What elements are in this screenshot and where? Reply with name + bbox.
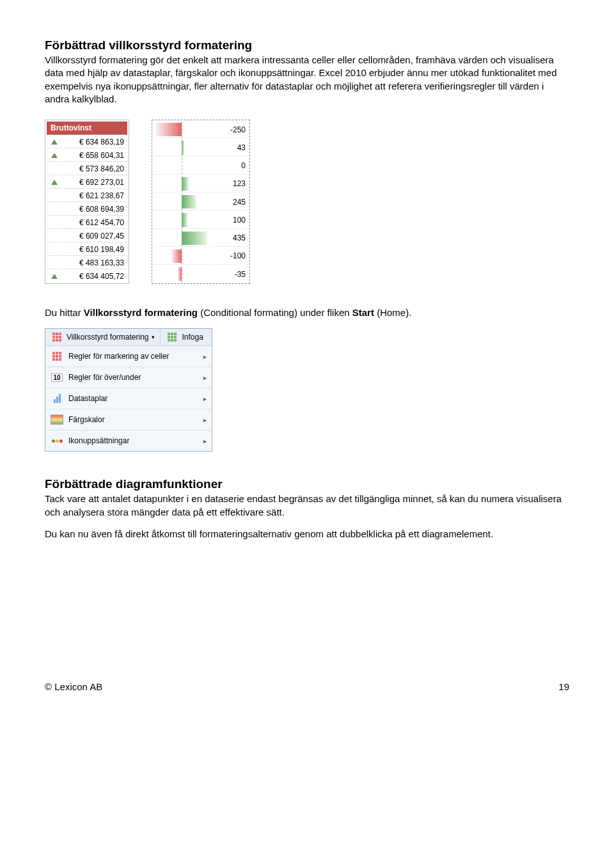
chevron-right-icon: ▸: [203, 416, 207, 423]
table-row: -100: [154, 248, 248, 265]
value-cell: 245: [211, 194, 248, 210]
trend-icon-cell: [47, 203, 62, 216]
databar-cell: [154, 212, 210, 228]
top-bottom-icon: 10: [51, 372, 63, 383]
chevron-right-icon: ▸: [203, 395, 207, 402]
table-row: € 608 694,39: [47, 203, 127, 216]
value-cell: 123: [211, 176, 248, 193]
table-row: € 610 198,49: [47, 244, 127, 256]
page-footer: © Lexicon AB 19: [45, 681, 569, 692]
highlight-cells-icon: [51, 351, 63, 362]
table-row: € 658 604,31: [47, 150, 127, 162]
infoga-button[interactable]: Infoga: [161, 329, 208, 345]
bruttovinst-header: Bruttovinst: [47, 122, 127, 135]
section1-heading: Förbättrad villkorsstyrd formatering: [45, 38, 569, 52]
triangle-up-icon: [51, 153, 58, 158]
value-cell: 435: [211, 230, 248, 247]
databar-table: -250430123245100435-100-35: [152, 120, 250, 284]
value-cell: -250: [211, 122, 248, 138]
value-cell: € 483 163,33: [63, 257, 127, 269]
value-cell: € 610 198,49: [63, 244, 127, 256]
databar-cell: [154, 230, 210, 247]
chevron-right-icon: ▸: [203, 374, 207, 381]
trend-icon-cell: [47, 257, 62, 269]
triangle-up-icon: [51, 274, 58, 279]
iconsets-icon: [51, 435, 63, 446]
trend-icon-cell: [47, 244, 62, 256]
trend-icon-cell: [47, 217, 62, 229]
find-cf-text: Du hittar Villkorsstyrd formatering (Con…: [45, 306, 569, 319]
colorscales-icon: [51, 414, 63, 425]
trend-icon-cell: [47, 190, 62, 202]
value-cell: -100: [211, 248, 248, 265]
cf-main-button[interactable]: Villkorsstyrd formatering ▾: [45, 329, 161, 345]
value-cell: € 634 863,19: [63, 136, 127, 148]
trend-icon-cell: [47, 177, 62, 189]
value-cell: € 634 405,72: [63, 271, 127, 282]
table-row: 43: [154, 139, 248, 156]
conditional-formatting-menu: Villkorsstyrd formatering ▾ Infoga Regle…: [45, 328, 212, 452]
chevron-right-icon: ▸: [203, 438, 207, 445]
table-row: 0: [154, 158, 248, 175]
table-row: 100: [154, 212, 248, 228]
chevron-down-icon: ▾: [152, 334, 155, 340]
trend-icon-cell: [47, 150, 62, 162]
table-row: € 609 027,45: [47, 230, 127, 242]
table-row: € 573 846,20: [47, 163, 127, 175]
triangle-up-icon: [51, 180, 58, 185]
value-cell: € 609 027,45: [63, 230, 127, 242]
footer-page-number: 19: [558, 681, 569, 692]
table-row: € 612 454,70: [47, 217, 127, 229]
section1-paragraph: Villkorsstyrd formatering gör det enkelt…: [45, 54, 569, 106]
trend-icon-cell: [47, 230, 62, 242]
value-cell: € 612 454,70: [63, 217, 127, 229]
table-row: 435: [154, 230, 248, 247]
databar-cell: [154, 139, 210, 156]
value-cell: € 573 846,20: [63, 163, 127, 175]
table-row: € 634 863,19: [47, 136, 127, 148]
databar-cell: [154, 122, 210, 138]
value-cell: € 621 238,67: [63, 190, 127, 202]
table-row: -250: [154, 122, 248, 138]
section2-heading: Förbättrade diagramfunktioner: [45, 477, 569, 491]
insert-icon: [166, 331, 178, 343]
section2-paragraph2: Du kan nu även få direkt åtkomst till fo…: [45, 528, 569, 541]
table-row: € 692 273,01: [47, 177, 127, 189]
databars-icon: [51, 393, 63, 404]
table-row: € 483 163,33: [47, 257, 127, 269]
value-cell: € 692 273,01: [63, 177, 127, 189]
value-cell: 100: [211, 212, 248, 228]
cf-item-highlight-rules[interactable]: Regler för markering av celler ▸: [45, 346, 212, 367]
table-row: 123: [154, 176, 248, 193]
table-row: 245: [154, 194, 248, 210]
trend-icon-cell: [47, 163, 62, 175]
cf-item-colorscales[interactable]: Färgskalor ▸: [45, 409, 212, 430]
databar-cell: [154, 248, 210, 265]
example-tables: Bruttovinst € 634 863,19€ 658 604,31€ 57…: [45, 120, 569, 284]
value-cell: € 658 604,31: [63, 150, 127, 162]
footer-copyright: © Lexicon AB: [45, 681, 102, 692]
triangle-up-icon: [51, 139, 58, 145]
cf-icon: [51, 331, 63, 343]
trend-icon-cell: [47, 271, 62, 282]
section2-paragraph1: Tack vare att antalet datapunkter i en d…: [45, 493, 569, 519]
databar-cell: [154, 158, 210, 175]
databar-cell: [154, 266, 210, 282]
databar-cell: [154, 194, 210, 210]
trend-icon-cell: [47, 136, 62, 148]
cf-item-iconsets[interactable]: Ikonuppsättningar ▸: [45, 430, 212, 451]
value-cell: 0: [211, 158, 248, 175]
value-cell: € 608 694,39: [63, 203, 127, 216]
databar-cell: [154, 176, 210, 193]
chevron-right-icon: ▸: [203, 353, 207, 360]
table-row: -35: [154, 266, 248, 282]
cf-item-top-bottom[interactable]: 10 Regler för över/under ▸: [45, 367, 212, 388]
value-cell: -35: [211, 266, 248, 282]
table-row: € 621 238,67: [47, 190, 127, 202]
table-row: € 634 405,72: [47, 271, 127, 282]
value-cell: 43: [211, 139, 248, 156]
bruttovinst-table: Bruttovinst € 634 863,19€ 658 604,31€ 57…: [45, 120, 129, 284]
cf-item-databars[interactable]: Datastaplar ▸: [45, 388, 212, 409]
